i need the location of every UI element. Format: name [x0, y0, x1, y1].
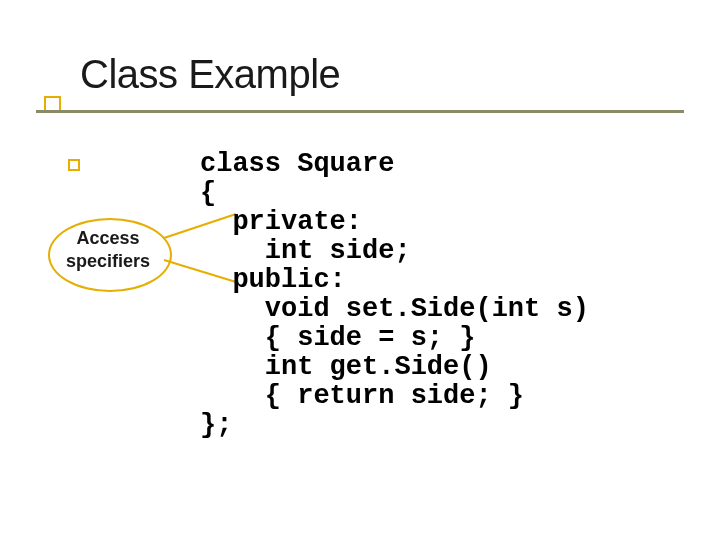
code-line: int get.Side() — [200, 352, 492, 382]
code-line: { return side; } — [200, 381, 524, 411]
title-underline — [36, 110, 684, 113]
code-line: int side; — [200, 236, 411, 266]
code-line: class Square — [200, 149, 394, 179]
sub-bullet-icon — [68, 159, 80, 171]
code-line: public: — [200, 265, 346, 295]
callout-line1: Access — [76, 228, 139, 248]
slide: Class Example Access specifiers class Sq… — [0, 0, 720, 540]
code-block: class Square { private: int side; public… — [200, 150, 589, 440]
slide-title: Class Example — [80, 52, 340, 97]
code-line: { — [200, 178, 216, 208]
code-line: { side = s; } — [200, 323, 475, 353]
code-line: void set.Side(int s) — [200, 294, 589, 324]
code-line: private: — [200, 207, 362, 237]
callout-line2: specifiers — [66, 251, 150, 271]
callout-label: Access specifiers — [56, 227, 160, 281]
code-line: }; — [200, 410, 232, 440]
